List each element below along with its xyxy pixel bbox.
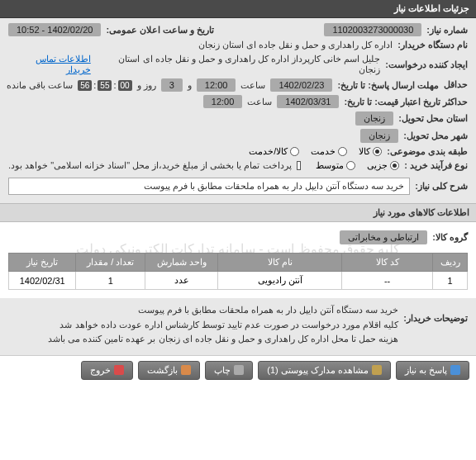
radio-service[interactable]: [338, 147, 347, 156]
th-unit: واحد شمارش: [145, 254, 218, 272]
cell-idx: 1: [433, 272, 468, 290]
deadline-label2: مهلت ارسال پاسخ: تا تاریخ:: [337, 80, 439, 91]
exit-button[interactable]: خروج: [81, 361, 133, 380]
city-value: زنجان: [360, 129, 398, 143]
radio-service-label: خدمت: [311, 146, 336, 157]
th-name: نام کالا: [218, 254, 342, 272]
deadline-label: حداقل: [444, 79, 468, 90]
time-label-2: ساعت: [247, 97, 272, 107]
buytype-radio-group: جزیی متوسط: [316, 160, 399, 171]
radio-partial[interactable]: [390, 161, 399, 170]
buyer-label: نام دستگاه خریدار:: [397, 40, 468, 50]
cell-unit: عدد: [145, 272, 218, 290]
creator-label: ایجاد کننده درخواست:: [385, 59, 468, 70]
print-icon: [234, 365, 244, 375]
time-label-1: ساعت: [240, 80, 265, 91]
th-code: کد کالا: [342, 254, 433, 272]
radio-partial-label: جزیی: [367, 160, 388, 171]
need-no-value: 1102003273000030: [324, 23, 421, 36]
attachments-button[interactable]: مشاهده مدارک پیوستی (1): [258, 361, 391, 380]
radio-medium[interactable]: [346, 161, 355, 170]
radio-both-label: کالا/خدمت: [249, 146, 288, 157]
radio-goods-label: کالا: [359, 146, 370, 157]
details-section: شماره نیاز: 1102003273000030 تاریخ و ساع…: [0, 18, 476, 203]
desc-textbox[interactable]: خرید سه دستگاه آنتن دایپل دار به همراه م…: [8, 178, 410, 195]
table-row[interactable]: 1 -- آنتن رادیویی عدد 1 1402/02/31: [9, 272, 468, 290]
payment-note: پرداخت تمام یا بخشی از مبلغ خرید،از محل …: [8, 160, 292, 171]
loc-label: استان محل تحویل:: [398, 113, 468, 124]
countdown: 00: 55: 56: [78, 80, 132, 91]
exit-icon: [114, 365, 124, 375]
desc-label: شرح کلی نیاز:: [415, 181, 468, 192]
cell-code: --: [342, 272, 433, 290]
back-button[interactable]: بازگشت: [138, 361, 200, 380]
remain-label: ساعت باقی مانده: [7, 80, 73, 91]
buyer-note-section: توضیحات خریدار: خرید سه دستگاه آنتن دایپ…: [0, 298, 476, 355]
reply-button[interactable]: پاسخ به نیاز: [396, 361, 469, 380]
button-bar: پاسخ به نیاز مشاهده مدارک پیوستی (1) چاپ…: [0, 355, 476, 385]
items-table: ردیف کد کالا نام کالا واحد شمارش تعداد /…: [8, 253, 468, 290]
cell-qty: 1: [76, 272, 145, 290]
countdown-h: 00: [118, 80, 132, 91]
back-icon: [181, 365, 191, 375]
valid-label: حداکثر تاریخ اعتبار قیمت: تا تاریخ:: [344, 97, 468, 107]
announce-label: تاریخ و ساعت اعلان عمومی:: [106, 25, 214, 36]
countdown-s: 56: [78, 80, 92, 91]
th-date: تاریخ نیاز: [9, 254, 76, 272]
radio-medium-label: متوسط: [316, 160, 344, 171]
reply-icon: [450, 365, 460, 375]
radio-both[interactable]: [290, 147, 299, 156]
days-label: روز و: [137, 80, 156, 91]
cat-label: طبقه بندی موضوعی:: [387, 146, 468, 157]
contact-link[interactable]: اطلاعات تماس خریدار: [8, 54, 91, 75]
cell-date: 1402/02/31: [9, 272, 76, 290]
payment-checkbox[interactable]: [297, 161, 301, 170]
group-label: گروه کالا:: [432, 232, 468, 243]
valid-date: 1402/03/31: [277, 95, 339, 108]
valid-time: 12:00: [203, 95, 243, 108]
and-label: و: [188, 80, 192, 91]
items-header: اطلاعات کالاهای مورد نیاز: [0, 203, 476, 222]
group-value: ارتباطی و مخابراتی: [340, 230, 427, 244]
buy-type-label: نوع فرآیند خرید :: [404, 160, 468, 171]
city-label: شهر محل تحویل:: [403, 130, 468, 141]
attachment-icon: [372, 365, 382, 375]
creator-value: جلیل اسم خانی کارپرداز اداره کل راهداری …: [96, 54, 380, 75]
days-value: 3: [161, 78, 183, 92]
panel-header: جزئیات اطلاعات نیاز: [0, 0, 476, 18]
need-no-label: شماره نیاز:: [426, 25, 468, 36]
buyer-value: اداره کل راهداری و حمل و نقل جاده ای است…: [198, 40, 393, 50]
th-idx: ردیف: [433, 254, 468, 272]
table-header-row: ردیف کد کالا نام کالا واحد شمارش تعداد /…: [9, 254, 468, 272]
radio-goods[interactable]: [373, 147, 382, 156]
countdown-m: 55: [98, 80, 112, 91]
deadline-time: 12:00: [197, 78, 236, 92]
deadline-date: 1402/02/23: [270, 78, 332, 92]
cell-name: آنتن رادیویی: [218, 272, 342, 290]
buyer-note-text: خرید سه دستگاه آنتن دایپل دار به همراه م…: [48, 303, 398, 347]
announce-value: 1402/02/20 - 10:52: [8, 23, 101, 36]
loc-value: زنجان: [355, 111, 393, 126]
buyer-note-label: توضیحات خریدار:: [403, 313, 468, 324]
items-area: کلیه حقوق محفوظ است - سامانه تدارکات الک…: [0, 222, 476, 298]
category-radio-group: کالا خدمت کالا/خدمت: [249, 146, 382, 157]
th-qty: تعداد / مقدار: [76, 254, 145, 272]
print-button[interactable]: چاپ: [205, 361, 253, 380]
